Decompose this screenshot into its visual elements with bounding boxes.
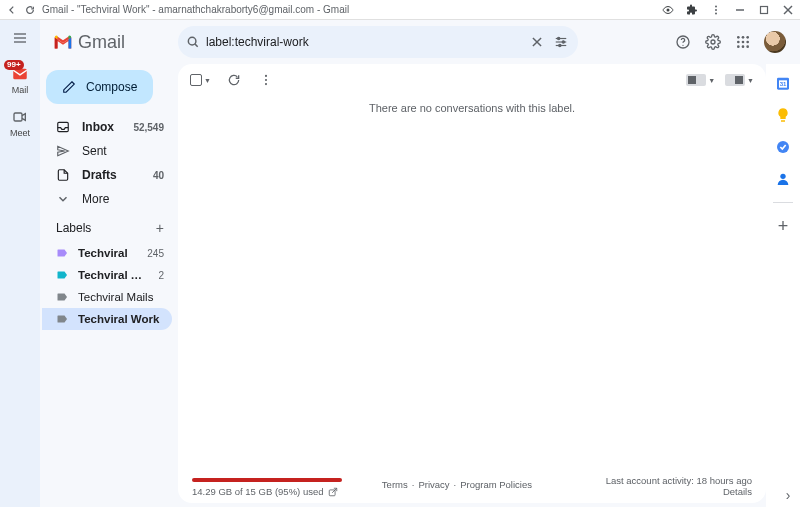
label-item[interactable]: Techviral Work [42, 308, 172, 330]
ext-eye-icon[interactable] [662, 4, 674, 16]
label-item[interactable]: Techviral Attachme...2 [42, 264, 172, 286]
hide-sidepanel-button[interactable]: › [780, 487, 796, 503]
rail-mail-label: Mail [12, 85, 29, 95]
brand-name: Gmail [78, 32, 125, 53]
label-icon [56, 291, 68, 303]
density-toggle[interactable]: ▼ [725, 74, 754, 86]
rail-meet-label: Meet [10, 128, 30, 138]
sent-icon [56, 144, 70, 158]
label-name: Techviral Work [78, 313, 164, 325]
svg-point-31 [737, 45, 740, 48]
ext-puzzle-icon[interactable] [686, 4, 698, 16]
svg-point-12 [188, 37, 196, 45]
nav-inbox[interactable]: Inbox 52,549 [42, 116, 172, 138]
footer-privacy[interactable]: Privacy [418, 479, 449, 490]
apps-button[interactable] [734, 33, 752, 51]
addon-get-addons[interactable]: + [774, 217, 792, 235]
addon-keep[interactable] [774, 106, 792, 124]
rail-meet[interactable]: Meet [3, 103, 37, 142]
addon-calendar[interactable]: 31 [774, 74, 792, 92]
svg-point-21 [559, 44, 561, 46]
label-item[interactable]: Techviral245 [42, 242, 172, 264]
nav-sent-label: Sent [82, 144, 107, 158]
svg-point-24 [711, 40, 715, 44]
svg-point-25 [737, 36, 740, 39]
footer-activity: Last account activity: 18 hours ago [606, 475, 752, 486]
svg-point-27 [746, 36, 749, 39]
svg-point-1 [715, 5, 717, 7]
drafts-icon [56, 168, 70, 182]
nav-more[interactable]: More [42, 188, 172, 210]
svg-text:31: 31 [780, 81, 787, 87]
search-icon [186, 35, 200, 49]
svg-point-26 [742, 36, 745, 39]
footer-policies[interactable]: Program Policies [460, 479, 532, 490]
svg-point-20 [562, 41, 564, 43]
pencil-icon [62, 80, 76, 94]
main-menu-button[interactable] [8, 26, 32, 50]
svg-point-0 [667, 8, 670, 11]
browser-menu-icon[interactable] [710, 4, 722, 16]
label-item[interactable]: Techviral Mails [42, 286, 172, 308]
svg-point-23 [682, 45, 683, 46]
compose-label: Compose [86, 80, 137, 94]
label-count: 245 [147, 248, 164, 259]
win-minimize-icon[interactable] [734, 4, 746, 16]
back-icon[interactable] [6, 4, 18, 16]
footer-terms[interactable]: Terms [382, 479, 408, 490]
svg-point-34 [265, 75, 267, 77]
chevron-down-icon [56, 192, 70, 206]
more-actions-button[interactable] [257, 71, 275, 89]
search-clear-button[interactable] [528, 33, 546, 51]
split-pane-toggle[interactable]: ▼ [686, 74, 715, 86]
search-input[interactable] [206, 35, 522, 49]
label-count: 2 [158, 270, 164, 281]
svg-rect-11 [14, 113, 22, 121]
select-all-checkbox[interactable]: ▼ [190, 74, 211, 86]
settings-button[interactable] [704, 33, 722, 51]
open-external-icon[interactable] [328, 487, 338, 497]
refresh-button[interactable] [225, 71, 243, 89]
compose-button[interactable]: Compose [46, 70, 153, 104]
svg-point-32 [742, 45, 745, 48]
nav-drafts[interactable]: Drafts 40 [42, 164, 172, 186]
account-avatar[interactable] [764, 31, 786, 53]
svg-point-35 [265, 79, 267, 81]
label-name: Techviral Attachme... [78, 269, 148, 281]
label-name: Techviral Mails [78, 291, 164, 303]
svg-point-19 [558, 37, 560, 39]
svg-point-2 [715, 9, 717, 11]
nav-drafts-count: 40 [153, 170, 164, 181]
nav-more-label: More [82, 192, 109, 206]
search-options-button[interactable] [552, 33, 570, 51]
label-icon [56, 269, 68, 281]
caret-down-icon: ▼ [204, 77, 211, 84]
add-label-button[interactable]: + [156, 220, 164, 236]
svg-point-33 [746, 45, 749, 48]
nav-inbox-count: 52,549 [133, 122, 164, 133]
svg-rect-5 [761, 6, 768, 13]
gmail-logo-icon [52, 31, 74, 53]
svg-point-3 [715, 12, 717, 14]
addon-contacts[interactable] [774, 170, 792, 188]
nav-inbox-label: Inbox [82, 120, 114, 134]
addon-tasks[interactable] [774, 138, 792, 156]
svg-point-30 [746, 41, 749, 44]
inbox-icon [56, 120, 70, 134]
footer-details[interactable]: Details [606, 486, 752, 497]
svg-line-13 [195, 44, 198, 47]
support-button[interactable] [674, 33, 692, 51]
meet-icon [12, 109, 28, 125]
search-bar[interactable] [178, 26, 578, 58]
mail-badge: 99+ [4, 60, 24, 70]
nav-sent[interactable]: Sent [42, 140, 172, 162]
reload-icon[interactable] [24, 4, 36, 16]
win-maximize-icon[interactable] [758, 4, 770, 16]
svg-point-36 [265, 83, 267, 85]
svg-point-42 [780, 174, 785, 179]
storage-text: 14.29 GB of 15 GB (95%) used [192, 486, 324, 497]
win-close-icon[interactable] [782, 4, 794, 16]
rail-mail[interactable]: 99+ Mail [3, 60, 37, 99]
storage-progress [192, 478, 342, 482]
svg-point-28 [737, 41, 740, 44]
